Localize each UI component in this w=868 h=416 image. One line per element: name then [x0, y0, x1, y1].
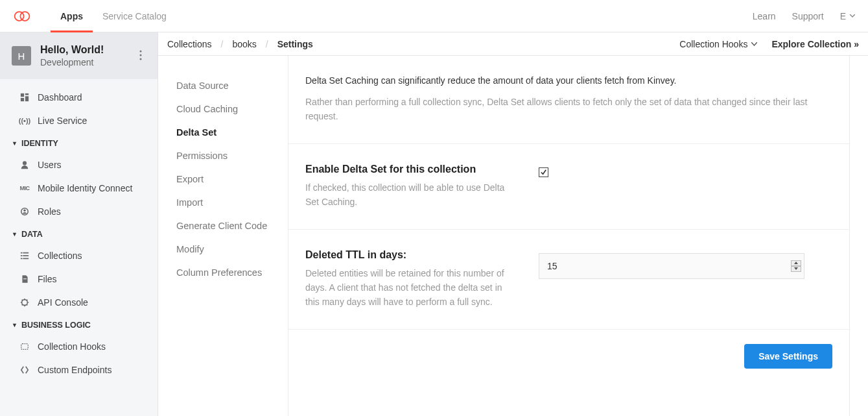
ttl-value: 15 [547, 261, 791, 271]
tab-label: Apps [60, 11, 83, 21]
spinner-up-button[interactable] [791, 260, 801, 266]
sidebar-body: Dashboard ((•)) Live Service ▼ IDENTITY … [0, 79, 158, 388]
sidebar-item-mic[interactable]: MIC Mobile Identity Connect [0, 177, 158, 200]
caret-down-icon: ▼ [12, 231, 18, 238]
endpoint-icon [19, 365, 30, 375]
section-business-logic[interactable]: ▼ BUSINESS LOGIC [0, 314, 158, 335]
enable-checkbox[interactable] [539, 167, 548, 177]
sidebar-item-roles[interactable]: Roles [0, 200, 158, 223]
settings-nav-column-preferences[interactable]: Column Preferences [167, 261, 279, 284]
chevron-down-icon [850, 14, 855, 18]
collection-hooks-dropdown[interactable]: Collection Hooks [679, 39, 757, 49]
tab-apps[interactable]: Apps [51, 0, 93, 32]
link-learn[interactable]: Learn [753, 11, 776, 21]
section-title: DATA [21, 230, 43, 239]
live-service-icon: ((•)) [19, 116, 30, 126]
breadcrumb-books[interactable]: books [232, 39, 256, 49]
hook-icon [19, 341, 30, 352]
ttl-input[interactable]: 15 [539, 253, 804, 279]
ttl-title: Deleted TTL in days: [305, 249, 513, 261]
user-icon [19, 160, 30, 170]
explore-collection-link[interactable]: Explore Collection » [771, 39, 859, 49]
content: Collections / books / Settings Collectio… [158, 32, 868, 416]
sidebar-item-label: Roles [38, 206, 61, 217]
settings-nav-permissions[interactable]: Permissions [167, 144, 279, 167]
app-name: Hello, World! [40, 44, 104, 56]
breadcrumb-settings[interactable]: Settings [277, 39, 313, 49]
svg-rect-12 [21, 252, 23, 254]
svg-rect-7 [25, 96, 29, 101]
enable-section: Enable Delta Set for this collection If … [288, 144, 849, 230]
sidebar: H Hello, World! Development Dashboard ((… [0, 32, 158, 416]
top-nav: Apps Service Catalog Learn Support E [0, 0, 868, 32]
check-icon [540, 169, 547, 176]
svg-rect-17 [23, 258, 29, 260]
app-env: Development [40, 57, 104, 67]
sidebar-item-label: API Console [38, 297, 88, 308]
sidebar-item-label: Mobile Identity Connect [38, 183, 132, 193]
app-menu-button[interactable] [139, 50, 142, 62]
sidebar-item-collections[interactable]: Collections [0, 244, 158, 267]
settings-panel: Delta Set Caching can significantly redu… [288, 56, 850, 416]
svg-rect-8 [21, 98, 24, 101]
settings-nav-cloud-caching[interactable]: Cloud Caching [167, 97, 279, 121]
caret-down-icon: ▼ [12, 140, 18, 147]
svg-rect-16 [21, 258, 23, 260]
section-title: IDENTITY [21, 139, 58, 148]
app-title: Hello, World! Development [40, 44, 104, 67]
sidebar-item-label: Files [38, 274, 57, 284]
ttl-section: Deleted TTL in days: Deleted entities wi… [288, 230, 849, 329]
svg-rect-15 [23, 255, 29, 256]
dashboard-icon [19, 92, 30, 103]
intro-section: Delta Set Caching can significantly redu… [288, 56, 849, 144]
spinner-down-button[interactable] [791, 266, 801, 272]
settings-nav-delta-set[interactable]: Delta Set [167, 121, 279, 144]
settings-nav-modify[interactable]: Modify [167, 238, 279, 261]
section-title: BUSINESS LOGIC [21, 321, 91, 330]
caret-down-icon: ▼ [12, 322, 18, 328]
list-icon [19, 251, 30, 261]
sidebar-item-label: Collections [38, 251, 82, 261]
svg-point-1 [20, 12, 29, 21]
settings-nav-export[interactable]: Export [167, 167, 279, 191]
breadcrumb-sep: / [220, 39, 223, 49]
sidebar-item-dashboard[interactable]: Dashboard [0, 86, 158, 109]
file-icon [19, 274, 30, 284]
app-header: H Hello, World! Development [0, 32, 158, 79]
ttl-desc: Deleted entities will be retained for th… [305, 266, 513, 310]
svg-point-11 [23, 210, 26, 212]
svg-rect-14 [21, 255, 23, 256]
sidebar-item-label: Custom Endpoints [38, 365, 111, 375]
sidebar-item-users[interactable]: Users [0, 153, 158, 177]
sidebar-item-api-console[interactable]: API Console [0, 291, 158, 314]
svg-point-9 [23, 161, 27, 165]
svg-rect-20 [21, 344, 29, 350]
number-spinner [791, 260, 801, 272]
header-actions: Collection Hooks Explore Collection » [679, 39, 859, 49]
sidebar-item-collection-hooks[interactable]: Collection Hooks [0, 335, 158, 358]
link-support[interactable]: Support [792, 11, 824, 21]
settings-nav-import[interactable]: Import [167, 191, 279, 214]
sidebar-item-custom-endpoints[interactable]: Custom Endpoints [0, 358, 158, 382]
sidebar-item-live-service[interactable]: ((•)) Live Service [0, 109, 158, 132]
svg-point-4 [140, 58, 142, 60]
breadcrumb: Collections / books / Settings [167, 39, 313, 49]
user-menu[interactable]: E [840, 11, 855, 21]
section-data[interactable]: ▼ DATA [0, 223, 158, 244]
chevron-down-icon [751, 42, 757, 46]
svg-rect-5 [21, 93, 24, 97]
api-icon [19, 297, 30, 308]
section-identity[interactable]: ▼ IDENTITY [0, 132, 158, 153]
svg-rect-6 [25, 93, 29, 95]
svg-point-3 [140, 54, 142, 56]
sidebar-item-files[interactable]: Files [0, 267, 158, 291]
settings-nav-generate-client-code[interactable]: Generate Client Code [167, 214, 279, 238]
sidebar-item-label: Users [38, 160, 62, 170]
app-badge: H [12, 46, 31, 66]
settings-nav-data-source[interactable]: Data Source [167, 74, 279, 97]
save-settings-button[interactable]: Save Settings [744, 344, 832, 369]
sidebar-item-label: Dashboard [38, 92, 82, 103]
settings-nav: Data Source Cloud Caching Delta Set Perm… [158, 56, 288, 416]
tab-service-catalog[interactable]: Service Catalog [93, 0, 176, 32]
breadcrumb-collections[interactable]: Collections [167, 39, 211, 49]
